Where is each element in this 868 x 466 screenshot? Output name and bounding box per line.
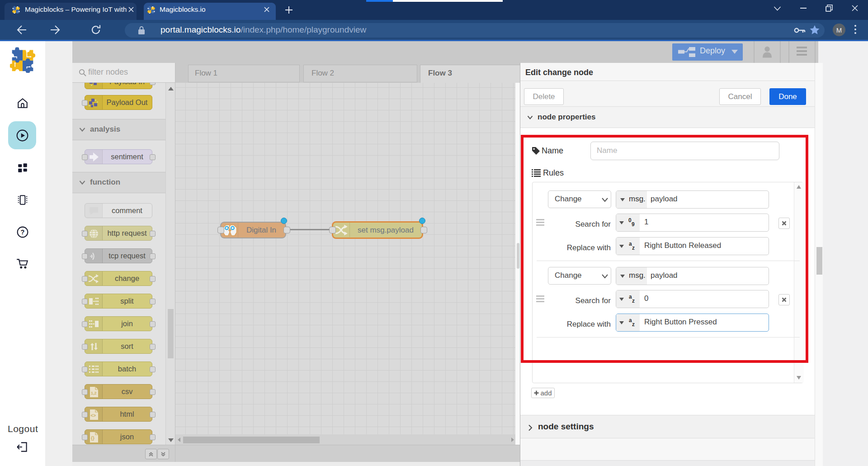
svg-text:<>: <> [91, 413, 96, 418]
svg-text:1,2: 1,2 [91, 391, 97, 395]
svg-text:?: ? [21, 228, 25, 236]
svg-text:{}: {} [91, 436, 94, 441]
